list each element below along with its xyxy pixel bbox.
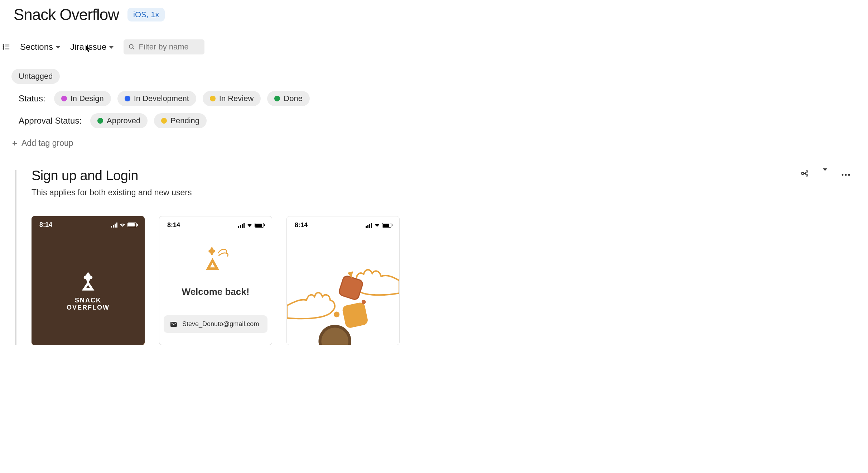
wifi-icon	[120, 223, 125, 227]
chevron-down-icon	[823, 168, 827, 177]
onboarding-illustration	[287, 234, 399, 345]
section-subtitle: This applies for both existing and new u…	[32, 188, 192, 197]
status-row: Status: In Design In Development In Revi…	[19, 91, 854, 106]
chip-status-in-review[interactable]: In Review	[203, 91, 261, 106]
platform-badge: iOS, 1x	[127, 8, 165, 22]
dot-icon	[210, 96, 216, 101]
chip-status-in-design[interactable]: In Design	[54, 91, 111, 106]
chip-status-in-development[interactable]: In Development	[117, 91, 196, 106]
chip-approval-approved[interactable]: Approved	[90, 113, 148, 128]
chevron-down-icon	[109, 46, 114, 49]
chip-label: Pending	[170, 116, 199, 125]
svg-point-14	[845, 174, 847, 176]
sections-label: Sections	[20, 42, 53, 52]
brand-text-line1: SNACK	[67, 297, 110, 304]
status-time: 8:14	[167, 221, 180, 229]
svg-point-15	[848, 174, 850, 176]
battery-icon	[382, 223, 391, 228]
dot-icon	[274, 96, 280, 101]
section-signup-login: Sign up and Login This applies for both …	[32, 168, 854, 345]
chip-label: Done	[284, 94, 303, 103]
chip-label: In Development	[134, 94, 189, 103]
battery-icon	[255, 223, 264, 228]
page-title: Snack Overflow	[14, 6, 119, 24]
svg-point-11	[806, 171, 808, 172]
email-field: Steve_Donuto@gmail.com	[164, 315, 267, 333]
chip-label: Untagged	[19, 72, 53, 81]
status-bar: 8:14	[159, 216, 272, 229]
screen-login[interactable]: 8:14 Welcome back! Steve	[159, 216, 272, 345]
battery-icon	[127, 223, 137, 227]
cursor-icon	[85, 45, 91, 53]
svg-point-22	[334, 312, 339, 317]
add-tag-group-button[interactable]: Add tag group	[11, 138, 854, 148]
tag-area: Untagged Status: In Design In Developmen…	[11, 69, 854, 148]
filter-input[interactable]	[139, 42, 199, 52]
page-header: Snack Overflow iOS, 1x	[14, 6, 854, 24]
wifi-icon	[247, 223, 252, 228]
dot-icon	[97, 118, 103, 124]
list-numbered-icon[interactable]	[2, 43, 10, 51]
welcome-back-heading: Welcome back!	[182, 286, 250, 297]
email-value: Steve_Donuto@gmail.com	[182, 320, 259, 328]
svg-rect-19	[342, 302, 368, 329]
svg-point-13	[842, 174, 844, 176]
svg-rect-10	[802, 172, 804, 175]
more-actions-button[interactable]	[842, 171, 850, 177]
chip-label: Approved	[107, 116, 140, 125]
svg-line-7	[133, 48, 135, 49]
screen-onboarding-art[interactable]: 8:14	[286, 216, 400, 345]
approval-row: Approval Status: Approved Pending	[19, 113, 854, 128]
filter-input-wrap[interactable]	[124, 39, 204, 54]
chip-status-done[interactable]: Done	[267, 91, 310, 106]
cellular-icon	[238, 223, 245, 228]
svg-point-24	[362, 300, 366, 304]
flow-icon[interactable]	[801, 169, 809, 179]
svg-point-2	[3, 47, 4, 48]
toolbar: Sections Jira issue	[2, 39, 854, 54]
chip-label: In Design	[71, 94, 104, 103]
brand-logo-icon	[76, 270, 101, 295]
svg-rect-17	[337, 274, 364, 301]
more-horizontal-icon	[842, 174, 850, 176]
wifi-icon	[374, 223, 380, 228]
jira-issue-dropdown[interactable]: Jira issue	[70, 42, 114, 52]
approval-label: Approval Status:	[19, 116, 82, 126]
brand-text-line2: OVERFLOW	[67, 304, 110, 311]
status-bar: 8:14	[287, 216, 399, 229]
section-actions	[801, 169, 850, 179]
cellular-icon	[366, 223, 372, 228]
sections-dropdown[interactable]: Sections	[20, 42, 60, 52]
dot-icon	[125, 96, 130, 101]
svg-point-4	[3, 48, 4, 49]
section-title: Sign up and Login	[32, 168, 192, 183]
chip-label: In Review	[219, 94, 254, 103]
search-icon	[129, 44, 135, 50]
status-time: 8:14	[39, 221, 52, 229]
dot-icon	[61, 96, 67, 101]
status-time: 8:14	[295, 221, 308, 229]
svg-rect-16	[170, 322, 177, 327]
dot-icon	[161, 118, 167, 124]
status-label: Status:	[19, 94, 45, 104]
collapse-section-button[interactable]	[823, 171, 827, 177]
svg-point-6	[130, 44, 134, 48]
add-tag-group-label: Add tag group	[21, 138, 73, 148]
svg-point-0	[3, 44, 4, 46]
mail-icon	[170, 321, 177, 327]
chip-approval-pending[interactable]: Pending	[154, 113, 207, 128]
screens-row: 8:14 SNACK OVERFLOW	[32, 216, 854, 345]
plus-icon	[11, 140, 18, 147]
chevron-down-icon	[56, 46, 60, 49]
svg-point-12	[806, 175, 808, 176]
screen-splash[interactable]: 8:14 SNACK OVERFLOW	[32, 216, 145, 345]
chip-untagged[interactable]: Untagged	[11, 69, 60, 84]
brand-logo-small-icon	[194, 243, 237, 276]
status-bar: 8:14	[32, 216, 145, 229]
cellular-icon	[111, 223, 117, 228]
